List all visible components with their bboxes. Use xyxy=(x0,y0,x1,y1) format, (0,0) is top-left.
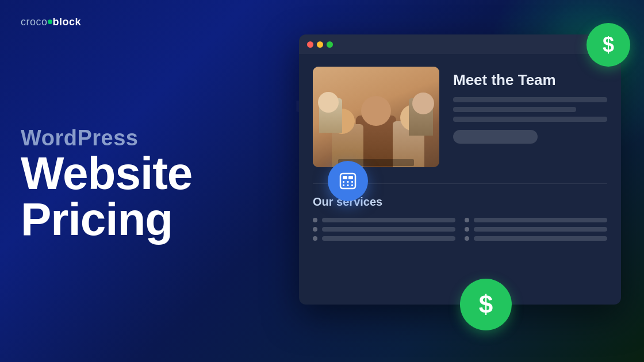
service-item-4 xyxy=(465,227,607,232)
service-line xyxy=(322,227,455,232)
service-item-6 xyxy=(465,236,607,241)
svg-rect-5 xyxy=(351,181,353,183)
logo: croco block xyxy=(21,16,81,28)
service-dot xyxy=(465,236,469,241)
svg-rect-8 xyxy=(351,184,353,186)
service-item-3 xyxy=(313,227,455,232)
browser-dot-close xyxy=(307,41,313,48)
browser-content: Meet the Team Our services xyxy=(299,54,621,253)
service-dot xyxy=(465,227,469,232)
svg-rect-7 xyxy=(347,184,349,186)
dollar-badge-top: $ xyxy=(586,23,630,67)
browser-dot-minimize xyxy=(317,41,323,48)
logo-block-text: block xyxy=(53,16,82,28)
svg-rect-6 xyxy=(343,184,344,186)
dollar-sign-top: $ xyxy=(603,34,614,55)
service-dot xyxy=(313,236,317,241)
dollar-badge-bottom: $ xyxy=(460,279,512,330)
logo-dot-icon xyxy=(48,20,52,24)
service-item-1 xyxy=(313,218,455,222)
hero-text: WordPress Website Pricing xyxy=(21,126,192,242)
service-line xyxy=(322,218,455,222)
service-item-5 xyxy=(313,236,455,241)
top-section: Meet the Team xyxy=(313,67,607,167)
dollar-sign-bottom: $ xyxy=(479,292,493,317)
meet-the-team-section: Meet the Team xyxy=(453,67,607,144)
wordpress-label: WordPress xyxy=(21,126,192,151)
logo-croco-text: croco xyxy=(21,16,48,28)
meet-the-team-title: Meet the Team xyxy=(453,71,607,89)
content-line-2 xyxy=(453,107,576,112)
service-item-2 xyxy=(465,218,607,222)
service-dot xyxy=(313,218,317,222)
content-line-1 xyxy=(453,97,607,102)
our-services-section: Our services xyxy=(313,195,607,241)
calculator-button[interactable] xyxy=(328,161,368,201)
website-label: Website xyxy=(21,151,192,197)
browser-titlebar xyxy=(299,34,621,54)
content-pill xyxy=(453,130,538,144)
calculator-icon xyxy=(338,171,358,191)
services-grid xyxy=(313,218,607,241)
service-line xyxy=(474,218,607,222)
service-dot xyxy=(465,218,469,222)
svg-rect-2 xyxy=(348,176,353,179)
svg-rect-3 xyxy=(343,181,344,183)
service-line xyxy=(322,236,455,241)
background: W croco block WordPress Website Pricing xyxy=(0,0,644,362)
team-image-inner xyxy=(313,67,439,167)
browser-dot-maximize xyxy=(327,41,333,48)
service-line xyxy=(474,227,607,232)
svg-rect-1 xyxy=(343,176,347,179)
svg-rect-4 xyxy=(347,181,349,183)
team-image xyxy=(313,67,439,167)
service-line xyxy=(474,236,607,241)
content-line-3 xyxy=(453,117,607,122)
service-dot xyxy=(313,227,317,232)
pricing-label: Pricing xyxy=(21,197,192,242)
